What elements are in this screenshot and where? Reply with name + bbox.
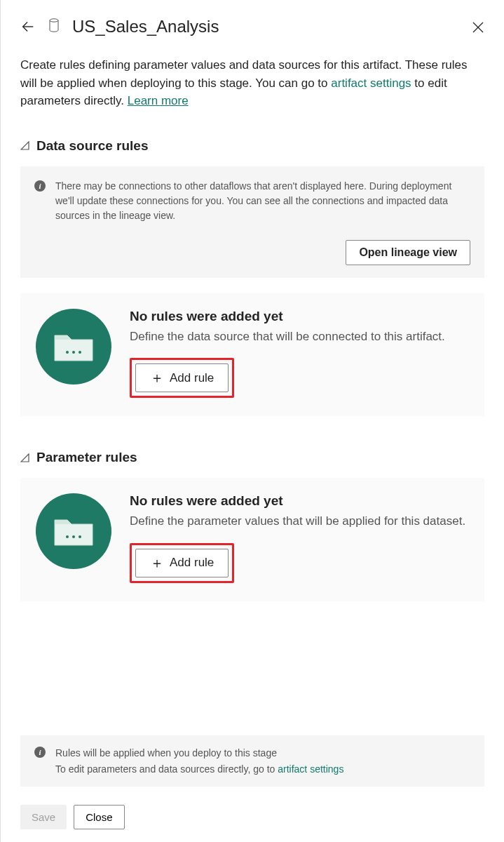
parameter-heading: Parameter rules: [36, 450, 137, 465]
svg-point-6: [79, 351, 81, 354]
datasource-card-title: No rules were added yet: [130, 309, 469, 324]
info-icon: i: [34, 747, 46, 758]
svg-point-7: [66, 535, 69, 538]
open-lineage-button[interactable]: Open lineage view: [346, 240, 470, 265]
parameter-section-header[interactable]: Parameter rules: [20, 450, 484, 465]
parameter-card-desc: Define the parameter values that will be…: [130, 513, 469, 530]
datasource-card-desc: Define the data source that will be conn…: [130, 328, 469, 346]
plus-icon: ＋: [150, 554, 164, 573]
highlight-annotation: ＋ Add rule: [130, 543, 234, 583]
save-button[interactable]: Save: [20, 805, 67, 829]
collapse-icon: [20, 453, 29, 462]
panel-title: US_Sales_Analysis: [72, 17, 219, 36]
footer-artifact-settings-link[interactable]: artifact settings: [278, 763, 343, 775]
intro-text: Create rules defining parameter values a…: [20, 56, 484, 110]
back-button[interactable]: [20, 19, 36, 34]
database-icon: [48, 17, 60, 36]
footer-info-box: i Rules will be applied when you deploy …: [20, 735, 484, 787]
datasource-add-rule-button[interactable]: ＋ Add rule: [135, 363, 229, 392]
datasource-section-header[interactable]: Data source rules: [20, 138, 484, 154]
svg-point-8: [72, 535, 75, 538]
folder-icon: [36, 493, 111, 569]
plus-icon: ＋: [150, 368, 164, 387]
datasource-heading: Data source rules: [36, 138, 148, 154]
collapse-icon: [20, 141, 29, 150]
parameter-add-rule-button[interactable]: ＋ Add rule: [135, 549, 229, 577]
close-button[interactable]: Close: [74, 805, 124, 829]
folder-icon: [36, 309, 111, 385]
parameter-empty-card: No rules were added yet Define the param…: [20, 478, 484, 601]
footer-line1: Rules will be applied when you deploy to…: [55, 745, 343, 761]
datasource-info-box: i There may be connections to other data…: [20, 166, 484, 278]
svg-point-5: [72, 351, 75, 354]
artifact-settings-link[interactable]: artifact settings: [331, 76, 411, 90]
datasource-info-text: There may be connections to other datafl…: [55, 179, 470, 223]
parameter-card-title: No rules were added yet: [130, 493, 469, 509]
learn-more-link[interactable]: Learn more: [128, 94, 189, 107]
svg-point-1: [50, 19, 58, 22]
datasource-empty-card: No rules were added yet Define the data …: [20, 293, 484, 417]
info-icon: i: [34, 180, 46, 192]
close-icon[interactable]: [472, 21, 484, 34]
highlight-annotation: ＋ Add rule: [130, 358, 234, 398]
svg-point-4: [66, 351, 69, 354]
svg-point-9: [79, 535, 81, 538]
